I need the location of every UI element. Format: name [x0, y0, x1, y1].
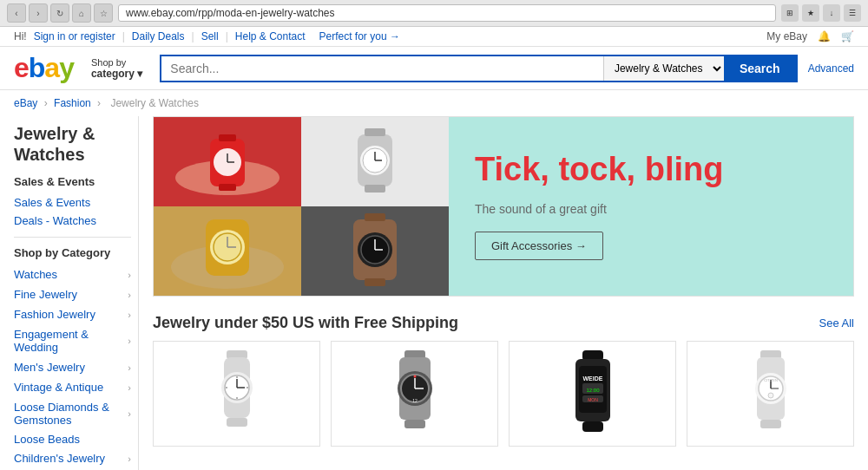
svg-rect-6 [219, 134, 236, 141]
my-ebay-link[interactable]: My eBay [766, 30, 807, 42]
extension-icon-3[interactable]: ↓ [823, 4, 840, 22]
sidebar-link-engagement-wedding[interactable]: Engagement & Wedding› [14, 324, 131, 357]
address-bar[interactable]: www.ebay.com/rpp/moda-en-jewelry-watches [118, 4, 776, 22]
breadcrumb-fashion[interactable]: Fashion [54, 97, 91, 109]
svg-rect-30 [365, 278, 385, 286]
svg-rect-49 [404, 420, 425, 428]
product-image-3: WEIDE 12:00 MON [518, 350, 667, 437]
main-layout: Jewelry & Watches Sales & Events Sales &… [0, 116, 868, 470]
daily-deals-link[interactable]: Daily Deals [132, 30, 185, 42]
product-card-3[interactable]: WEIDE 12:00 MON [509, 341, 676, 447]
sidebar-link-loose-diamonds[interactable]: Loose Diamonds &Gemstones› [14, 397, 131, 430]
chevron-icon: › [128, 362, 131, 373]
svg-rect-15 [365, 185, 385, 193]
chevron-icon: › [128, 270, 131, 280]
search-category-select[interactable]: Jewelry & Watches [603, 56, 724, 81]
browser-chrome: ‹ › ↻ ⌂ ☆ www.ebay.com/rpp/moda-en-jewel… [0, 0, 868, 27]
promo-banner: Tick, tock, bling The sound of a great g… [153, 116, 854, 297]
svg-rect-68 [760, 420, 781, 428]
chevron-icon: › [128, 310, 131, 320]
watch-cell-4 [301, 206, 449, 296]
shop-by-text: Shop by [91, 57, 142, 68]
sidebar-link-sales-events[interactable]: Sales & Events [14, 193, 131, 212]
see-all-link[interactable]: See All [819, 317, 854, 330]
breadcrumb-current: Jewelry & Watches [110, 97, 199, 109]
sidebar-link-mens-jewelry[interactable]: Men's Jewelry› [14, 357, 131, 377]
svg-point-41 [247, 387, 248, 388]
watch-svg-4: CITIZEN [736, 350, 806, 437]
chevron-icon: › [128, 336, 131, 346]
breadcrumb-ebay[interactable]: eBay [14, 97, 37, 109]
search-bar: Jewelry & Watches Search [160, 55, 797, 82]
section-title: Jewelry under $50 US with Free Shipping [153, 314, 458, 332]
forward-button[interactable]: › [29, 3, 48, 23]
chevron-icon: › [128, 454, 131, 464]
home-button[interactable]: ⌂ [72, 3, 91, 23]
svg-rect-29 [365, 213, 385, 221]
top-bar-right: My eBay 🔔 🛒 [766, 30, 854, 42]
sidebar-link-fashion-jewelry[interactable]: Fashion Jewelry› [14, 304, 131, 324]
promo-subtitle: The sound of a great gift [475, 202, 607, 216]
extension-icon-2[interactable]: ★ [802, 4, 819, 22]
bookmark-button[interactable]: ☆ [94, 3, 113, 23]
top-bar: Hi! Sign in or register | Daily Deals | … [0, 27, 868, 47]
svg-text:WEIDE: WEIDE [582, 375, 602, 382]
watch-image-2 [301, 117, 449, 204]
sidebar-link-loose-beads[interactable]: Loose Beads [14, 430, 131, 448]
sidebar-section-sales-events-heading: Sales & Events [14, 175, 131, 188]
menu-icon[interactable]: ☰ [844, 4, 861, 22]
signin-link[interactable]: Sign in or register [34, 30, 115, 42]
search-input[interactable] [161, 56, 603, 81]
svg-rect-7 [219, 184, 236, 191]
banner-promo: Tick, tock, bling The sound of a great g… [449, 117, 853, 296]
svg-point-48 [413, 375, 416, 378]
watch-cell-1 [154, 117, 301, 206]
chevron-icon: › [128, 290, 131, 300]
banner-watch-grid [154, 117, 449, 296]
sidebar-section-category-heading: Shop by Category [14, 246, 131, 259]
svg-text:CITIZEN: CITIZEN [764, 378, 778, 382]
product-card-2[interactable]: 12 [331, 341, 498, 447]
sidebar-link-deals-watches[interactable]: Deals - Watches [14, 212, 131, 230]
watch-svg-2: 12 [380, 350, 450, 437]
sidebar-title: Jewelry & Watches [14, 123, 131, 165]
watch-cell-3 [154, 206, 301, 296]
product-card-1[interactable] [153, 341, 320, 447]
svg-rect-37 [227, 418, 247, 427]
section-header: Jewelry under $50 US with Free Shipping … [153, 314, 854, 332]
perfect-for-you-link[interactable]: Perfect for you → [319, 30, 400, 42]
sidebar-link-fine-jewelry[interactable]: Fine Jewelry› [14, 284, 131, 304]
back-button[interactable]: ‹ [7, 3, 26, 23]
watch-image-4 [301, 206, 449, 293]
search-button[interactable]: Search [724, 56, 796, 81]
svg-point-40 [226, 387, 227, 388]
sidebar-link-watches[interactable]: Watches› [14, 264, 131, 284]
watch-image-1 [154, 117, 301, 204]
product-image-4: CITIZEN [696, 350, 845, 437]
products-section: Jewelry under $50 US with Free Shipping … [153, 314, 854, 447]
svg-point-39 [236, 397, 238, 399]
chevron-icon: › [128, 408, 131, 419]
sell-link[interactable]: Sell [201, 30, 219, 42]
breadcrumb: eBay › Fashion › Jewelry & Watches [0, 90, 868, 116]
perfect-for-you-text: Perfect for you → [319, 30, 400, 42]
promo-title: Tick, tock, bling [475, 153, 723, 187]
gift-accessories-button[interactable]: Gift Accessories → [475, 232, 603, 260]
category-text: category ▾ [91, 68, 142, 80]
svg-point-67 [768, 393, 773, 398]
shop-by-category-button[interactable]: Shop by category ▾ [84, 54, 149, 83]
sidebar-link-vintage-antique[interactable]: Vintage & Antique› [14, 377, 131, 397]
nav-buttons: ‹ › ↻ ⌂ ☆ [7, 3, 113, 23]
cart-icon[interactable]: 🛒 [841, 30, 854, 42]
svg-point-38 [236, 376, 238, 378]
refresh-button[interactable]: ↻ [50, 3, 69, 23]
sidebar-link-childrens-jewelry[interactable]: Children's Jewelry› [14, 448, 131, 468]
help-link[interactable]: Help & Contact [235, 30, 306, 42]
watch-cell-2 [301, 117, 449, 206]
product-card-4[interactable]: CITIZEN [687, 341, 854, 447]
advanced-link[interactable]: Advanced [808, 62, 854, 75]
chevron-icon: › [128, 382, 131, 393]
notification-icon[interactable]: 🔔 [818, 30, 831, 42]
product-image-1 [162, 350, 311, 437]
extension-icon-1[interactable]: ⊞ [781, 4, 799, 22]
